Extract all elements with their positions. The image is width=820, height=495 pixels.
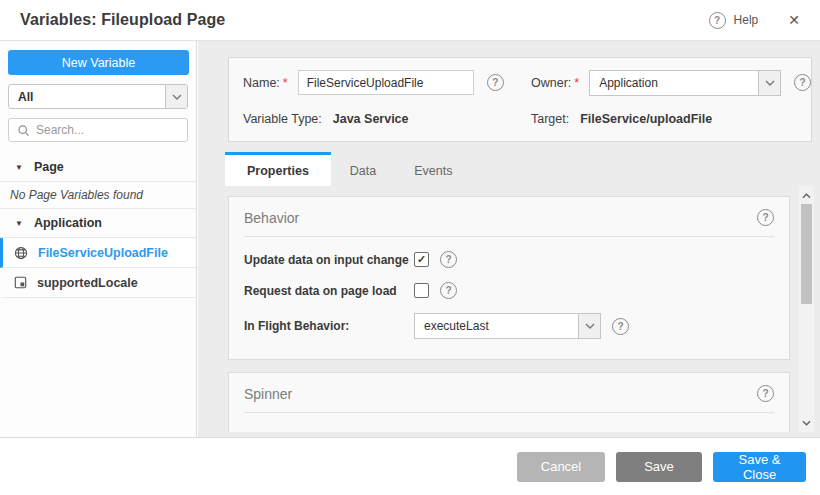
property-row-request-data: Request data on page load ? <box>244 282 774 299</box>
search-input[interactable] <box>36 123 179 137</box>
behavior-section-title: Behavior <box>244 210 299 226</box>
request-data-checkbox[interactable] <box>414 283 429 298</box>
help-icon[interactable]: ? <box>440 251 457 268</box>
help-icon[interactable]: ? <box>757 385 774 402</box>
new-variable-button[interactable]: New Variable <box>8 50 189 75</box>
variable-detail-panel: Name: * ? Owner: * Application ? <box>198 41 820 437</box>
target-value: FileService/uploadFile <box>580 112 712 126</box>
variable-filter-select[interactable]: All <box>8 84 188 109</box>
scroll-up-icon[interactable] <box>799 188 814 203</box>
property-label: Update data on input change <box>244 253 414 267</box>
variables-sidebar: New Variable All ▼ Page No Page Variable… <box>0 41 197 437</box>
collapse-triangle-icon: ▼ <box>15 163 23 172</box>
tree-section-page[interactable]: ▼ Page <box>0 153 196 182</box>
tab-data[interactable]: Data <box>331 152 395 186</box>
save-and-close-button[interactable]: Save & Close <box>713 452 806 482</box>
help-link[interactable]: Help <box>734 13 759 27</box>
scroll-down-icon[interactable] <box>799 415 814 430</box>
chevron-down-icon <box>165 85 187 108</box>
name-input[interactable] <box>298 70 474 95</box>
property-row-update-data: Update data on input change ✓ ? <box>244 251 774 268</box>
variables-dialog: Variables: Fileupload Page ? Help ✕ New … <box>0 0 820 495</box>
chevron-down-icon <box>758 71 780 95</box>
spinner-section-header: Spinner ? <box>229 373 789 412</box>
behavior-section: Behavior ? Update data on input change ✓… <box>228 196 790 360</box>
tree-item-label: supportedLocale <box>37 276 138 290</box>
type-target-row: Variable Type: Java Service Target: File… <box>243 112 797 126</box>
help-icon[interactable]: ? <box>757 209 774 226</box>
name-owner-row: Name: * ? Owner: * Application ? <box>243 70 797 95</box>
owner-group: Owner: * Application ? <box>531 70 811 96</box>
properties-tab-content: Behavior ? Update data on input change ✓… <box>198 186 820 432</box>
help-icon[interactable]: ? <box>440 282 457 299</box>
dialog-header: Variables: Fileupload Page ? Help ✕ <box>0 0 820 41</box>
help-icon[interactable]: ? <box>487 74 504 91</box>
help-icon[interactable]: ? <box>612 318 629 335</box>
required-marker: * <box>574 76 579 90</box>
detail-tabs: Properties Data Events <box>225 152 471 186</box>
target-group: Target: FileService/uploadFile <box>531 112 712 126</box>
required-marker: * <box>283 76 288 90</box>
help-icon[interactable]: ? <box>794 74 811 91</box>
locale-icon <box>14 276 27 289</box>
section-divider <box>244 412 774 413</box>
search-icon <box>17 124 30 137</box>
save-button[interactable]: Save <box>616 452 702 482</box>
page-title: Variables: Fileupload Page <box>20 11 225 29</box>
close-icon[interactable]: ✕ <box>784 10 804 30</box>
target-label: Target: <box>531 112 569 126</box>
content-scrollbar[interactable] <box>799 186 814 432</box>
dialog-footer: Cancel Save Save & Close <box>0 437 820 495</box>
property-label: In Flight Behavior: <box>244 319 414 333</box>
tree-section-application[interactable]: ▼ Application <box>0 209 196 238</box>
cancel-button[interactable]: Cancel <box>517 452 605 482</box>
behavior-section-header: Behavior ? <box>229 197 789 236</box>
tab-properties[interactable]: Properties <box>225 152 331 186</box>
update-data-checkbox[interactable]: ✓ <box>414 252 429 267</box>
variable-type-value: Java Service <box>333 112 409 126</box>
tree-item-label: FileServiceUploadFile <box>38 246 168 260</box>
owner-label: Owner: <box>531 76 571 90</box>
variable-filter-value: All <box>9 90 33 104</box>
variable-search <box>8 118 188 142</box>
java-service-icon <box>14 246 28 260</box>
variable-type-label: Variable Type: <box>243 112 322 126</box>
variable-summary-card: Name: * ? Owner: * Application ? <box>228 57 812 142</box>
property-row-inflight: In Flight Behavior: executeLast ? <box>244 313 774 339</box>
spinner-section: Spinner ? <box>228 372 790 432</box>
tree-item-supportedlocale[interactable]: supportedLocale <box>0 268 196 298</box>
tree-section-page-label: Page <box>34 160 64 174</box>
spinner-section-title: Spinner <box>244 386 292 402</box>
name-label: Name: <box>243 76 280 90</box>
chevron-down-icon <box>578 314 600 338</box>
section-divider <box>244 236 774 237</box>
inflight-behavior-value: executeLast <box>415 319 489 333</box>
tree-item-fileserviceuploadfile[interactable]: FileServiceUploadFile <box>0 238 196 268</box>
page-variables-empty-message: No Page Variables found <box>0 182 196 209</box>
header-actions: ? Help ✕ <box>709 10 804 30</box>
content-scrollbar-thumb[interactable] <box>801 204 812 304</box>
owner-select-value: Application <box>590 76 658 90</box>
collapse-triangle-icon: ▼ <box>15 219 23 228</box>
help-icon[interactable]: ? <box>709 12 726 29</box>
property-label: Request data on page load <box>244 284 414 298</box>
tree-section-application-label: Application <box>34 216 102 230</box>
inflight-behavior-select[interactable]: executeLast <box>414 313 601 339</box>
tab-events[interactable]: Events <box>395 152 471 186</box>
owner-select[interactable]: Application <box>589 70 781 96</box>
